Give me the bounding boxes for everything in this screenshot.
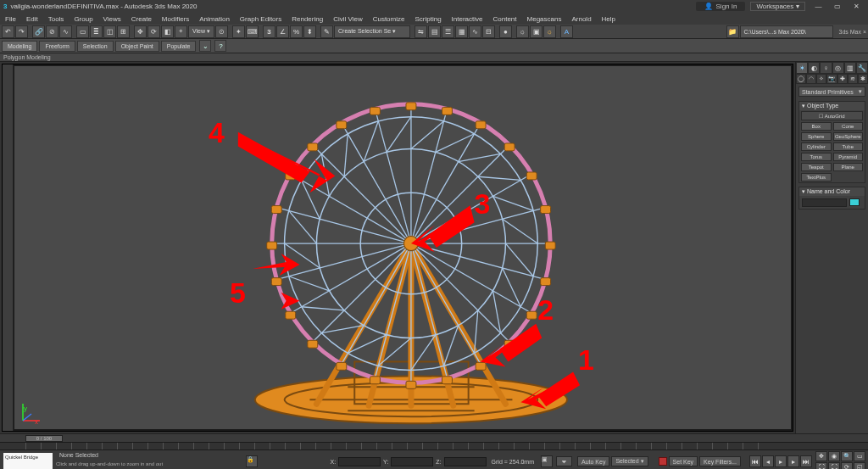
subtab-cameras-icon[interactable]: 📷 [826,74,837,84]
bind-spacewarp-button[interactable]: ∿ [59,25,72,38]
menu-customize[interactable]: Customize [368,15,410,23]
snap-toggle-button[interactable]: 3 [263,25,275,38]
mirror-button[interactable]: ⇋ [415,25,427,38]
spinner-snap-button[interactable]: ⬍ [303,25,316,38]
create-box-button[interactable]: Box [801,122,832,131]
menu-arnold[interactable]: Arnold [566,15,596,23]
create-tube-button[interactable]: Tube [833,142,864,151]
sign-in-button[interactable]: 👤 Sign In [696,2,746,11]
menu-group[interactable]: Group [69,15,97,23]
tab-utilities-icon[interactable]: 🔧 [856,62,868,74]
nav-zoom-icon[interactable]: 🔍 [841,451,853,461]
nav-walk-icon[interactable]: ◉ [828,451,840,461]
create-pyramid-button[interactable]: Pyramid [833,153,864,161]
render-setup-button[interactable]: ☼ [516,25,529,38]
create-textplus-button[interactable]: TextPlus [801,173,832,181]
select-place-button[interactable]: ⌖ [175,25,187,38]
ribbon-tab-selection[interactable]: Selection [77,41,114,52]
material-editor-button[interactable]: ● [499,25,512,38]
prev-frame-button[interactable]: ◂ [762,455,774,467]
object-name-input[interactable] [802,198,847,207]
keyboard-shortcut-button[interactable]: ⌨ [246,25,259,38]
ribbon-help-icon[interactable]: ? [214,40,226,52]
rollout-object-type-header[interactable]: ▾ Object Type [799,102,865,110]
tab-create-icon[interactable]: ✶ [796,62,808,74]
nav-pan-icon[interactable]: ✥ [815,451,827,461]
create-torus-button[interactable]: Torus [801,153,832,161]
project-path-field[interactable]: C:\Users\...s Max 2020\ [740,25,833,38]
menu-modifiers[interactable]: Modifiers [157,15,194,23]
maximize-button[interactable]: ▭ [829,3,846,10]
coord-y-input[interactable] [391,457,433,466]
ribbon-tab-modeling[interactable]: Modeling [2,41,37,52]
menu-content[interactable]: Content [488,15,522,23]
menu-edit[interactable]: Edit [21,15,43,23]
create-geosphere-button[interactable]: GeoSphere [833,132,864,141]
ribbon-expand-icon[interactable]: ⌄ [199,40,211,52]
set-key-big-button[interactable] [659,457,667,466]
ribbon-tab-freeform[interactable]: Freeform [39,41,75,52]
selected-dropdown[interactable]: Selected ▾ [611,456,648,466]
open-autodesk-app-button[interactable]: A [560,25,573,38]
curve-editor-button[interactable]: ∿ [469,25,481,38]
nav-zoom-all-icon[interactable]: ⛶ [828,462,840,470]
menu-rendering[interactable]: Rendering [287,15,328,23]
select-object-button[interactable]: ▭ [76,25,89,38]
create-sphere-button[interactable]: Sphere [801,132,832,141]
menu-interactive[interactable]: Interactive [447,15,488,23]
percent-snap-button[interactable]: % [290,25,303,38]
select-rotate-button[interactable]: ⟳ [147,25,160,38]
tab-modify-icon[interactable]: ◐ [808,62,820,74]
autogrid-checkbox[interactable]: ☐ AutoGrid [801,111,863,120]
menu-animation[interactable]: Animation [194,15,235,23]
next-frame-button[interactable]: ▸ [787,455,799,467]
goto-end-button[interactable]: ⏭ [800,455,812,467]
tab-display-icon[interactable]: ▥ [844,62,856,74]
perspective-viewport[interactable]: 4 3 5 2 1 [14,66,791,429]
project-folder-button[interactable]: 📁 [726,25,739,38]
primitive-category-dropdown[interactable]: Standard Primitives▾ [798,87,865,97]
angle-snap-button[interactable]: ∠ [276,25,289,38]
undo-button[interactable]: ↶ [2,25,14,38]
menu-help[interactable]: Help [597,15,620,23]
menu-file[interactable]: File [0,15,21,23]
select-by-name-button[interactable]: ≣ [90,25,103,38]
nav-zoom-extents-icon[interactable]: ⛶ [815,462,827,470]
auto-key-button[interactable]: Auto Key [577,456,609,466]
set-key-button[interactable]: Set Key [669,456,698,466]
create-cone-button[interactable]: Cone [833,122,864,131]
isolate-selection-icon[interactable]: ▣ [541,455,553,467]
unlink-button[interactable]: ⊘ [46,25,58,38]
use-pivot-button[interactable]: ⊙ [215,25,228,38]
named-selection-dropdown[interactable]: Create Selection Se ▾ [334,25,410,38]
nav-fov-icon[interactable]: ▭ [854,451,865,461]
close-button[interactable]: ✕ [848,3,865,10]
redo-button[interactable]: ↷ [15,25,28,38]
tab-hierarchy-icon[interactable]: ♀ [820,62,832,74]
menu-scripting[interactable]: Scripting [409,15,446,23]
menu-views[interactable]: Views [98,15,126,23]
time-slider-knob[interactable]: 0 / 100 [25,435,63,442]
tab-motion-icon[interactable]: ◎ [832,62,844,74]
viewport-side-toolbar[interactable] [3,64,14,431]
layer-explorer-button[interactable]: ☰ [442,25,454,38]
schematic-view-button[interactable]: ⊟ [482,25,495,38]
create-cylinder-button[interactable]: Cylinder [801,142,832,151]
nav-maximize-icon[interactable]: ◱ [854,462,865,470]
workspaces-dropdown[interactable]: Workspaces ▾ [750,2,804,11]
render-frame-button[interactable]: ▣ [530,25,542,38]
select-manipulate-button[interactable]: ✦ [232,25,245,38]
coord-z-input[interactable] [444,457,487,466]
coord-x-input[interactable] [338,457,381,466]
ref-coord-dropdown[interactable]: View ▾ [188,25,214,38]
create-plane-button[interactable]: Plane [833,163,864,171]
goto-start-button[interactable]: ⏮ [749,455,761,467]
named-selection-icon[interactable]: ✎ [320,25,333,38]
minimize-button[interactable]: ― [810,3,827,10]
subtab-helpers-icon[interactable]: ✚ [837,74,848,84]
menu-megascans[interactable]: Megascans [522,15,567,23]
maxscript-mini-listener[interactable]: Quickel Bridge [3,453,53,469]
menu-create[interactable]: Create [126,15,157,23]
key-filters-button[interactable]: Key Filters... [699,456,741,466]
subtab-spacewarps-icon[interactable]: ≋ [848,74,858,84]
